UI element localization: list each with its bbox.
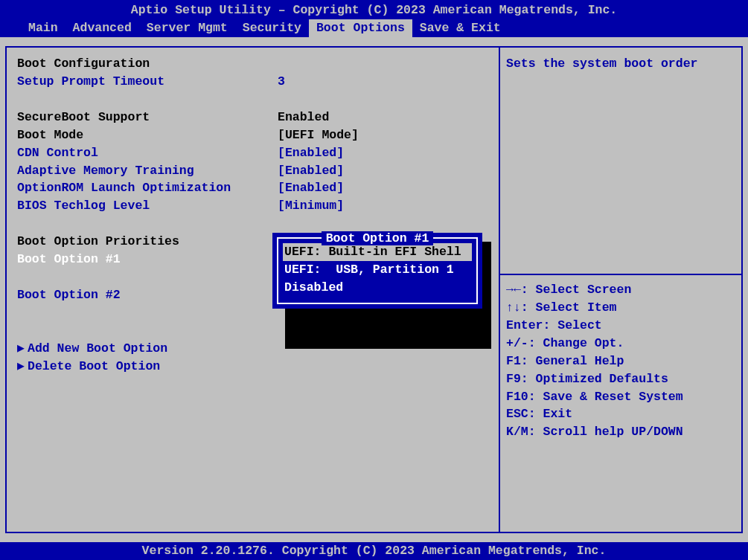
key-f10: F10: Save & Reset System — [506, 388, 735, 406]
triangle-icon: ▶ — [17, 340, 28, 358]
row-cdn-control[interactable]: CDN Control[Enabled] — [17, 144, 488, 162]
popup-title: Boot Option #1 — [322, 231, 434, 245]
footer-text: Version 2.20.1276. Copyright (C) 2023 Am… — [142, 544, 607, 558]
key-select-item: ↑↓: Select Item — [506, 299, 735, 317]
row-optionrom-launch-opt[interactable]: OptionROM Launch Optimization[Enabled] — [17, 179, 488, 197]
row-delete-boot-option[interactable]: ▶Delete Boot Option — [17, 358, 488, 376]
title-bar: Aptio Setup Utility – Copyright (C) 2023… — [0, 0, 748, 19]
popup-boot-option-1: Boot Option #1 UEFI: Built-in EFI Shell … — [272, 233, 482, 309]
key-esc: ESC: Exit — [506, 405, 735, 423]
help-text: Sets the system boot order — [506, 55, 735, 73]
triangle-icon: ▶ — [17, 358, 28, 376]
row-adaptive-memory-training[interactable]: Adaptive Memory Training[Enabled] — [17, 162, 488, 180]
bios-screen: Aptio Setup Utility – Copyright (C) 2023… — [0, 0, 748, 560]
help-separator — [500, 274, 741, 275]
tab-security[interactable]: Security — [235, 19, 309, 37]
section-boot-config: Boot Configuration — [17, 55, 488, 73]
key-km: K/M: Scroll help UP/DOWN — [506, 423, 735, 441]
tab-main[interactable]: Main — [21, 19, 65, 37]
body-area: Boot Configuration Setup Prompt Timeout3… — [0, 37, 748, 542]
popup-item-disabled[interactable]: Disabled — [283, 279, 472, 297]
left-panel: Boot Configuration Setup Prompt Timeout3… — [7, 48, 499, 532]
key-f9: F9: Optimized Defaults — [506, 370, 735, 388]
tab-server-mgmt[interactable]: Server Mgmt — [139, 19, 235, 37]
title-text: Aptio Setup Utility – Copyright (C) 2023… — [131, 3, 618, 17]
tab-save-exit[interactable]: Save & Exit — [412, 19, 508, 37]
row-secureboot: SecureBoot SupportEnabled — [17, 109, 488, 126]
tab-advanced[interactable]: Advanced — [65, 19, 139, 37]
key-enter: Enter: Select — [506, 317, 735, 335]
key-f1: F1: General Help — [506, 353, 735, 370]
row-setup-prompt-timeout[interactable]: Setup Prompt Timeout3 — [17, 73, 488, 91]
right-panel: Sets the system boot order →←: Select Sc… — [499, 48, 741, 532]
popup-item-uefi-usb[interactable]: UEFI: USB, Partition 1 — [283, 261, 472, 279]
menu-tabs: Main Advanced Server Mgmt Security Boot … — [0, 19, 748, 37]
tab-boot-options[interactable]: Boot Options — [309, 19, 412, 37]
key-change-opt: +/-: Change Opt. — [506, 335, 735, 353]
footer-bar: Version 2.20.1276. Copyright (C) 2023 Am… — [0, 542, 748, 560]
row-bios-techlog-level[interactable]: BIOS Techlog Level[Minimum] — [17, 197, 488, 215]
row-boot-mode[interactable]: Boot Mode[UEFI Mode] — [17, 126, 488, 144]
key-select-screen: →←: Select Screen — [506, 281, 735, 299]
panel-frame: Boot Configuration Setup Prompt Timeout3… — [5, 46, 743, 533]
